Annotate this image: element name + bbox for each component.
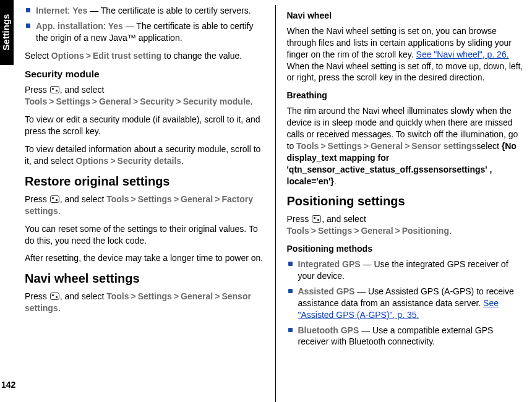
navi-wheel-paragraph: When the Navi wheel setting is set on, y… bbox=[287, 25, 526, 83]
menu-edit-trust: Edit trust setting bbox=[93, 51, 161, 61]
chevron-icon: > bbox=[131, 194, 135, 204]
list-item: Bluetooth GPS — Use a compatible externa… bbox=[287, 325, 526, 348]
menu-key-icon bbox=[50, 195, 59, 203]
menu-positioning: Positioning bbox=[402, 226, 449, 236]
item-value: Yes bbox=[108, 21, 123, 31]
column-divider bbox=[275, 5, 276, 402]
text: Press bbox=[25, 85, 49, 95]
chevron-icon: > bbox=[405, 141, 410, 151]
chevron-icon: > bbox=[174, 194, 179, 204]
text: Select bbox=[25, 51, 51, 61]
menu-tools: Tools bbox=[25, 96, 47, 106]
positioning-methods-subheading: Positioning methods bbox=[287, 243, 526, 255]
restore-p1: You can reset some of the settings to th… bbox=[25, 223, 264, 247]
restore-heading: Restore original settings bbox=[25, 173, 264, 190]
text: , and select bbox=[322, 214, 366, 224]
menu-settings: Settings bbox=[56, 96, 90, 106]
chevron-icon: > bbox=[174, 291, 179, 301]
chevron-icon: > bbox=[92, 96, 97, 106]
menu-general: General bbox=[371, 141, 403, 151]
menu-options: Options bbox=[76, 156, 109, 166]
menu-key-icon bbox=[312, 215, 321, 223]
menu-settings: Settings bbox=[318, 226, 352, 236]
menu-security-details: Security details bbox=[118, 156, 182, 166]
chevron-icon: > bbox=[131, 291, 135, 301]
chevron-icon: > bbox=[176, 96, 181, 106]
text: Press bbox=[25, 291, 49, 301]
security-module-heading: Security module bbox=[25, 68, 264, 81]
item-value: Yes bbox=[72, 6, 87, 15]
text: When the Navi wheel setting is set off, … bbox=[287, 61, 523, 83]
text: Press bbox=[25, 194, 49, 204]
right-column: Navi wheel When the Navi wheel setting i… bbox=[287, 5, 526, 402]
item-label: Bluetooth GPS bbox=[298, 325, 359, 335]
menu-general: General bbox=[181, 194, 213, 204]
menu-tools: Tools bbox=[106, 194, 129, 204]
chevron-icon: > bbox=[320, 141, 325, 151]
menu-general: General bbox=[361, 226, 393, 236]
left-column: Internet: Yes — The certificate is able … bbox=[25, 5, 264, 402]
item-label: Integrated GPS bbox=[298, 259, 361, 269]
item-desc: — The certificate is able to certify ser… bbox=[87, 6, 251, 15]
side-tab: Settings bbox=[0, 0, 14, 65]
certificate-bullets: Internet: Yes — The certificate is able … bbox=[25, 5, 264, 44]
two-column-layout: Internet: Yes — The certificate is able … bbox=[0, 0, 532, 402]
chevron-icon: > bbox=[354, 226, 359, 236]
text: Press bbox=[287, 214, 312, 224]
menu-tools: Tools bbox=[287, 226, 309, 236]
positioning-path: Press , and select Tools>Settings>Genera… bbox=[287, 213, 526, 237]
breathing-subheading: Breathing bbox=[287, 90, 526, 101]
menu-security-module: Security module bbox=[183, 96, 251, 106]
chevron-icon: > bbox=[215, 291, 220, 301]
menu-settings: Settings bbox=[138, 194, 172, 204]
menu-tools: Tools bbox=[106, 291, 129, 301]
text: , and select bbox=[60, 85, 105, 95]
menu-settings: Settings bbox=[138, 291, 172, 301]
navi-wheel-link[interactable]: See "Navi wheel", p. 26. bbox=[416, 49, 509, 59]
item-label: App. installation bbox=[36, 21, 103, 31]
side-tab-label: Settings bbox=[1, 14, 13, 51]
menu-general: General bbox=[99, 96, 131, 106]
edit-trust-paragraph: Select Options>Edit trust setting to cha… bbox=[25, 50, 264, 62]
chevron-icon: > bbox=[395, 226, 400, 236]
positioning-bullets: Integrated GPS — Use the integrated GPS … bbox=[287, 259, 526, 348]
menu-settings: Settings bbox=[328, 141, 362, 151]
page-number: 142 bbox=[1, 379, 15, 391]
item-label: Internet bbox=[36, 6, 67, 15]
chevron-icon: > bbox=[133, 96, 138, 106]
breathing-paragraph: The rim around the Navi wheel illuminate… bbox=[287, 105, 526, 187]
menu-general: General bbox=[181, 291, 213, 301]
list-item: Assisted GPS — Use Assisted GPS (A-GPS) … bbox=[287, 286, 526, 321]
security-module-p1: To view or edit a security module (if av… bbox=[25, 114, 264, 137]
chevron-icon: > bbox=[364, 141, 369, 151]
chevron-icon: > bbox=[49, 96, 54, 106]
chevron-icon: > bbox=[311, 226, 316, 236]
navi-wheel-heading: Navi wheel settings bbox=[25, 270, 264, 287]
chevron-icon: > bbox=[215, 194, 220, 204]
menu-security: Security bbox=[140, 96, 174, 106]
list-item: Integrated GPS — Use the integrated GPS … bbox=[287, 259, 526, 282]
list-item: App. installation: Yes — The certificate… bbox=[25, 20, 264, 44]
menu-key-icon bbox=[50, 293, 59, 300]
chevron-icon: > bbox=[110, 156, 115, 166]
menu-sensor-settings: Sensor settings bbox=[411, 141, 476, 151]
positioning-heading: Positioning settings bbox=[287, 193, 526, 210]
navi-wheel-subheading: Navi wheel bbox=[287, 10, 526, 22]
item-label: Assisted GPS bbox=[298, 286, 355, 296]
restore-p2: After resetting, the device may take a l… bbox=[25, 252, 264, 264]
navi-wheel-path: Press , and select Tools>Settings>Genera… bbox=[25, 291, 264, 314]
list-item: Internet: Yes — The certificate is able … bbox=[25, 5, 264, 17]
text: select bbox=[476, 141, 501, 151]
menu-options: Options bbox=[51, 51, 84, 61]
security-module-p2: To view detailed information about a sec… bbox=[25, 143, 264, 167]
chevron-icon: > bbox=[86, 51, 91, 61]
menu-key-icon bbox=[50, 86, 59, 93]
menu-tools: Tools bbox=[296, 141, 319, 151]
restore-path: Press , and select Tools>Settings>Genera… bbox=[25, 194, 264, 217]
text: , and select bbox=[60, 194, 107, 204]
security-module-path: Press , and select Tools>Settings>Genera… bbox=[25, 84, 264, 108]
text: to change the value. bbox=[161, 51, 242, 61]
text: , and select bbox=[60, 291, 107, 301]
